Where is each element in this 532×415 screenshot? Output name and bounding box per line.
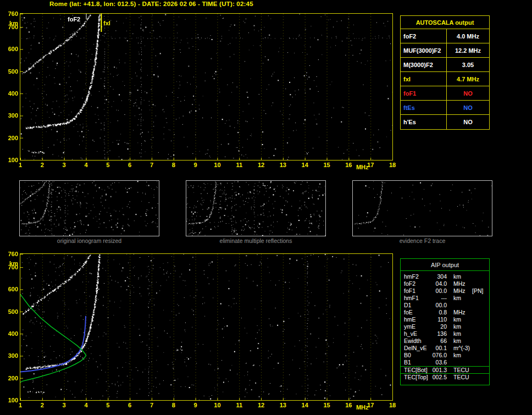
aip-row-unit: MHz <box>447 287 470 295</box>
autoscala-row-label: h'Es <box>401 115 447 129</box>
thumbnail-caption-eliminate: eliminate multiple reflections <box>186 237 326 244</box>
aip-table-body: hmF2304kmfoF204.0MHzfoF100.0MHz[PN]hmF1-… <box>401 271 489 380</box>
aip-row-note: [PN] <box>470 287 489 295</box>
aip-row-name: hmE <box>404 316 431 323</box>
aip-row-value: 00.0 <box>431 302 447 309</box>
aip-row-name: TEC[Top] <box>404 374 431 381</box>
main-x-tick-label: 3 <box>59 162 70 168</box>
aip-x-tick-label: 8 <box>168 402 179 408</box>
thumbnail-caption-original: original ionogram resized <box>19 237 159 244</box>
aip-row: hmE110km <box>401 316 489 323</box>
aip-x-tick-label: 3 <box>59 402 70 408</box>
aip-row-name: foF1 <box>404 287 431 295</box>
aip-row-note <box>470 330 489 337</box>
main-x-tick-label: 4 <box>80 162 91 168</box>
aip-x-tick-label: 18 <box>387 402 398 408</box>
aip-row-note <box>470 280 489 287</box>
aip-row-name: B1 <box>404 359 431 366</box>
autoscala-row-value: 12.2 MHz <box>447 43 489 58</box>
autoscala-row: M(3000)F23.05 <box>401 58 489 72</box>
aip-y-tick-label: 500 <box>4 309 18 315</box>
aip-row-note <box>470 352 489 359</box>
autoscala-row-label: ftEs <box>401 101 447 115</box>
aip-row-unit: MHz <box>447 309 470 316</box>
main-x-tick-label: 12 <box>256 162 267 168</box>
aip-row-note <box>470 367 489 374</box>
aip-y-tick-label: 760 <box>4 251 18 257</box>
main-y-tick-label: 400 <box>4 91 18 97</box>
aip-row-value: 03.6 <box>431 359 447 366</box>
autoscala-row: foF24.0 MHz <box>401 29 489 43</box>
station-date-time-title: Rome (lat: +41.8, lon: 012.5) - DATE: 20… <box>49 1 253 7</box>
aip-row-note <box>470 316 489 323</box>
main-x-tick-label: 10 <box>212 162 223 168</box>
main-ionogram-canvas <box>20 14 392 160</box>
aip-row-note <box>470 345 489 352</box>
aip-row: ymE20km <box>401 323 489 330</box>
aip-row-note <box>470 359 489 366</box>
aip-row-value: 66 <box>431 337 447 345</box>
aip-y-tick-label: 600 <box>4 286 18 292</box>
aip-x-tick-label: 12 <box>256 402 267 408</box>
aip-x-tick-label: 14 <box>300 402 311 408</box>
aip-x-tick-label: 7 <box>146 402 157 408</box>
aip-row: B103.6 <box>401 359 489 366</box>
foF2-annotation: foF2 <box>68 16 80 23</box>
autoscala-row: MUF(3000)F212.2 MHz <box>401 43 489 58</box>
aip-row-note <box>470 273 489 280</box>
main-y-tick-label: 200 <box>4 135 18 141</box>
autoscala-row-value: 4.7 MHz <box>447 72 489 86</box>
autoscala-row-value: NO <box>447 86 489 101</box>
aip-header: AIP output <box>401 259 489 271</box>
aip-row-unit: km <box>447 330 470 337</box>
autoscala-row-value: 3.05 <box>447 58 489 72</box>
autoscala-row: ftEsNO <box>401 101 489 115</box>
main-x-tick-label: 8 <box>168 162 179 168</box>
autoscala-row-value: 4.0 MHz <box>447 29 489 43</box>
main-y-tick-label: 760 <box>4 11 18 17</box>
autoscala-row-label: MUF(3000)F2 <box>401 43 447 58</box>
aip-row-unit: km <box>447 352 470 359</box>
main-x-tick-label: 13 <box>278 162 289 168</box>
aip-row-name: B0 <box>404 352 431 359</box>
aip-row-value: 002.5 <box>431 374 447 381</box>
aip-x-tick-label: 13 <box>278 402 289 408</box>
aip-row: Ewidth66km <box>401 337 489 345</box>
aip-x-tick-label: 10 <box>212 402 223 408</box>
fxI-annotation: fxI <box>103 20 110 26</box>
main-x-tick-label: 2 <box>37 162 48 168</box>
aip-row-name: foF2 <box>404 280 431 287</box>
autoscala-row-label: fxI <box>401 72 447 86</box>
main-x-tick-label: 1 <box>15 162 26 168</box>
main-x-tick-label: 18 <box>387 162 398 168</box>
aip-row-note <box>470 323 489 330</box>
aip-x-tick-label: 11 <box>234 402 245 408</box>
aip-row-note <box>470 302 489 309</box>
aip-row-unit: km <box>447 337 470 345</box>
aip-x-tick-label: 4 <box>80 402 91 408</box>
aip-x-tick-label: 15 <box>322 402 332 408</box>
aip-row-unit: MHz <box>447 280 470 287</box>
main-x-tick-label: 5 <box>102 162 113 168</box>
main-x-tick-label: 6 <box>124 162 135 168</box>
aip-row-unit <box>447 302 470 309</box>
aip-row-unit: TECU <box>447 367 470 374</box>
aip-row: hmF1---km <box>401 295 489 302</box>
aip-row-name: TEC[Bot] <box>404 367 431 374</box>
aip-row-name: hmF1 <box>404 295 431 302</box>
aip-row-value: 00.0 <box>431 287 447 295</box>
aip-row-note <box>470 337 489 345</box>
aip-row-unit: km <box>447 295 470 302</box>
aip-row: D100.0 <box>401 302 489 309</box>
autoscala-row-value: NO <box>447 115 489 129</box>
autoscala-row-label: foF2 <box>401 29 447 43</box>
aip-row: TEC[Top]002.5TECU <box>401 373 489 380</box>
autoscala-table-body: foF24.0 MHzMUF(3000)F212.2 MHzM(3000)F23… <box>401 29 489 129</box>
aip-row-note <box>470 295 489 302</box>
main-x-tick-label: 9 <box>190 162 201 168</box>
aip-y-tick-label: 300 <box>4 353 18 359</box>
aip-row-unit <box>447 359 470 366</box>
main-x-unit-label: MHz <box>354 164 370 170</box>
aip-row-name: D1 <box>404 302 431 309</box>
thumbnail-original-ionogram <box>19 180 159 236</box>
